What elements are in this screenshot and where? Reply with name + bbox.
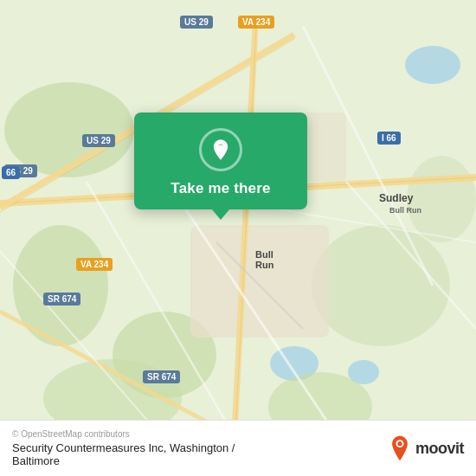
moovit-logo: moovit: [388, 434, 464, 462]
bottom-bar: © OpenStreetMap contributors Security Co…: [0, 420, 476, 476]
location-pin-icon: [209, 138, 233, 162]
badge-sr674-bot2: SR 674: [143, 370, 180, 383]
svg-point-1: [405, 46, 460, 84]
badge-66-left: 66: [2, 166, 20, 179]
map-container: US 29 VA 234 US 29 US 29 VA 234 I 66 66 …: [0, 0, 476, 476]
place-name-line1: Security Countermeasures Inc, Washington…: [12, 441, 235, 454]
map-svg: [0, 0, 476, 476]
svg-point-4: [4, 82, 134, 177]
badge-i66-right: I 66: [377, 132, 401, 145]
badge-us29-left1: US 29: [82, 134, 115, 147]
svg-point-7: [312, 225, 450, 346]
location-icon-wrap: [199, 128, 242, 171]
label-bull-run: BullRun: [255, 249, 273, 270]
badge-va234-top: VA 234: [238, 16, 274, 29]
popup-label: Take me there: [170, 180, 270, 197]
place-name-line2: Baltimore: [12, 454, 60, 467]
svg-point-8: [407, 156, 476, 242]
copyright-text: © OpenStreetMap contributors: [12, 429, 235, 439]
svg-point-28: [397, 441, 402, 446]
label-sudley: Sudley: [379, 192, 413, 204]
badge-sr674-bot1: SR 674: [43, 293, 80, 306]
bottom-left: © OpenStreetMap contributors Security Co…: [12, 429, 235, 467]
badge-va234-bot: VA 234: [76, 258, 113, 271]
label-bull-run-2: Bull Run: [389, 206, 421, 215]
popup-card[interactable]: Take me there: [134, 113, 307, 209]
badge-us29-top: US 29: [180, 16, 213, 29]
moovit-text: moovit: [415, 440, 464, 458]
moovit-brand-icon: [388, 434, 412, 462]
place-name: Security Countermeasures Inc, Washington…: [12, 441, 235, 467]
